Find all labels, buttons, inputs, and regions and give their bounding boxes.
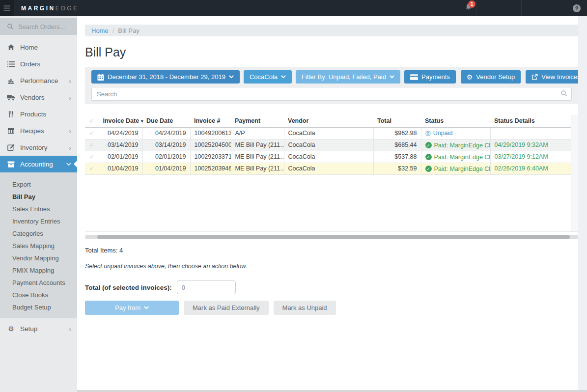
date-range-dropdown[interactable]: December 31, 2018 - December 29, 2019: [91, 70, 240, 84]
filter-panel: December 31, 2018 - December 29, 2019 Co…: [85, 67, 578, 104]
cell-due-date: 03/14/2019: [142, 139, 190, 151]
status-unpaid-link[interactable]: ◎Unpaid: [425, 130, 453, 137]
sidebar-item-label: Performance: [20, 77, 64, 84]
unpaid-icon: ◎: [425, 130, 431, 136]
sidebar-item-orders[interactable]: Orders: [0, 56, 77, 72]
mark-paid-externally-button[interactable]: Mark as Paid Externally: [184, 301, 269, 315]
calendar-icon: [97, 74, 104, 81]
sidebar-search-input[interactable]: Search Orders...: [0, 18, 77, 35]
invoices-table: ✓Invoice Date ▾Due DateInvoice #PaymentV…: [85, 115, 578, 232]
cell-status-details: 03/27/2019 9:12AM: [490, 151, 571, 163]
horizontal-scrollbar-thumb[interactable]: [97, 235, 570, 239]
hamburger-menu-button[interactable]: [0, 0, 14, 16]
cell-status: ◎Unpaid: [421, 127, 490, 139]
check-icon: ✓: [89, 165, 94, 172]
sidebar-subitem-bill-pay[interactable]: Bill Pay: [0, 191, 77, 203]
sidebar-item-home[interactable]: Home: [0, 39, 77, 56]
app-logo: MARGINEDGE: [21, 0, 79, 16]
row-checkbox[interactable]: ✓: [85, 163, 99, 174]
table-row[interactable]: ✓01/04/201901/04/201910025203946ME Bill …: [85, 163, 571, 174]
chevron-right-icon: ›: [69, 94, 71, 101]
cell-status: ✓Paid: MarginEdge Check: [421, 163, 490, 174]
select-all-checkbox[interactable]: ✓: [85, 115, 99, 127]
sidebar-subitem-vendor-mapping[interactable]: Vendor Mapping: [0, 252, 77, 264]
sidebar-item-label: Recipes: [20, 127, 64, 135]
search-input[interactable]: [91, 87, 572, 101]
table-row[interactable]: ✓03/14/201903/14/201910025204500ME Bill …: [85, 139, 571, 151]
column-header-vendor[interactable]: Vendor: [284, 115, 373, 127]
gear-icon: ⚙: [467, 74, 473, 81]
inventory-icon: [7, 144, 15, 151]
vendor-filter-dropdown[interactable]: CocaCola: [244, 70, 292, 84]
sidebar-subitem-sales-mapping[interactable]: Sales Mapping: [0, 240, 77, 252]
cell-invoice-number: 10049200613: [190, 127, 231, 139]
sidebar-subitem-budget-setup[interactable]: Budget Setup: [0, 301, 77, 313]
table-row[interactable]: ✓02/01/201902/01/201910029203371ME Bill …: [85, 151, 571, 163]
cell-payment: ME Bill Pay (211…: [231, 139, 284, 151]
sidebar-subitem-inventory-entries[interactable]: Inventory Entries: [0, 215, 77, 227]
sidebar-item-inventory[interactable]: Inventory›: [0, 139, 77, 156]
sidebar-item-setup[interactable]: ⚙ Setup ›: [0, 320, 77, 337]
sidebar-item-vendors[interactable]: Vendors›: [0, 89, 77, 106]
total-items-text: Total Items: 4: [85, 247, 578, 254]
breadcrumb-home-link[interactable]: Home: [91, 27, 109, 34]
selected-total-label: Total (of selected invoices):: [85, 284, 172, 291]
vertical-scrollbar[interactable]: [571, 115, 578, 231]
column-header-payment[interactable]: Payment: [231, 115, 284, 127]
mark-unpaid-label: Mark as Unpaid: [282, 304, 327, 311]
notifications-button[interactable]: 1: [460, 0, 476, 16]
cell-status-details: 02/26/2019 6:40AM: [490, 163, 571, 174]
sidebar-subitem-payment-accounts[interactable]: Payment Accounts: [0, 277, 77, 289]
home-icon: [7, 44, 15, 51]
breadcrumb-current: Bill Pay: [118, 27, 139, 34]
cell-total: $962.98: [373, 127, 421, 139]
column-header-invoice[interactable]: Invoice #: [190, 115, 231, 127]
vendor-setup-label: Vendor Setup: [476, 73, 515, 81]
sidebar-subitem-pmix-mapping[interactable]: PMIX Mapping: [0, 264, 77, 277]
column-header-due-date[interactable]: Due Date: [142, 115, 190, 127]
cell-invoice-date: 01/04/2019: [99, 163, 142, 174]
cell-invoice-date: 04/24/2019: [99, 127, 142, 139]
table-row[interactable]: ✓04/24/201904/24/201910049200613A/PCocaC…: [85, 127, 571, 139]
status-paid: ✓Paid: MarginEdge Check: [425, 154, 491, 161]
mark-unpaid-button[interactable]: Mark as Unpaid: [274, 301, 336, 315]
sidebar-item-products[interactable]: Products: [0, 106, 77, 122]
horizontal-scrollbar-track[interactable]: [85, 235, 578, 239]
column-header-total[interactable]: Total: [373, 115, 421, 127]
pay-from-button[interactable]: Pay from: [85, 301, 179, 315]
sidebar-item-performance[interactable]: Performance›: [0, 72, 77, 89]
sidebar-item-accounting[interactable]: Accounting: [0, 156, 77, 172]
row-checkbox[interactable]: ✓: [85, 151, 99, 163]
recipes-icon: [7, 128, 15, 134]
sidebar-subitem-categories[interactable]: Categories: [0, 227, 77, 240]
cell-status: ✓Paid: MarginEdge Check: [421, 151, 490, 163]
column-header-status[interactable]: Status: [421, 115, 490, 127]
chevron-down-icon: [229, 75, 234, 79]
breadcrumb: Home / Bill Pay: [85, 25, 578, 36]
column-header-status-details[interactable]: Status Details: [490, 115, 571, 127]
cell-status: ✓Paid: MarginEdge Check: [421, 139, 490, 151]
sidebar-subitem-close-books[interactable]: Close Books: [0, 289, 77, 301]
sidebar-subitem-export[interactable]: Export: [0, 178, 77, 191]
cell-payment: ME Bill Pay (211…: [231, 151, 284, 163]
check-icon: ✓: [89, 117, 94, 124]
sidebar-subitem-sales-entries[interactable]: Sales Entries: [0, 203, 77, 215]
column-header-invoice-date[interactable]: Invoice Date ▾: [99, 115, 142, 127]
cell-total: $537.88: [373, 151, 421, 163]
row-checkbox[interactable]: ✓: [85, 139, 99, 151]
selected-total-input[interactable]: [177, 280, 236, 294]
view-invoices-button[interactable]: View Invoices: [526, 70, 586, 84]
sidebar-item-recipes[interactable]: Recipes›: [0, 122, 77, 139]
vendor-setup-button[interactable]: ⚙ Vendor Setup: [461, 70, 521, 84]
sidebar-search-placeholder: Search Orders...: [18, 23, 65, 30]
chevron-down-icon: [390, 75, 394, 79]
status-paid: ✓Paid: MarginEdge Check: [425, 166, 491, 172]
status-filter-dropdown[interactable]: Filter By: Unpaid, Failed, Paid: [296, 70, 400, 84]
row-checkbox[interactable]: ✓: [85, 127, 99, 139]
search-icon[interactable]: [560, 90, 567, 99]
payments-button[interactable]: Payments: [404, 70, 456, 84]
help-button[interactable]: ?: [522, 0, 587, 16]
top-bar: MARGINEDGE 1 ?: [0, 0, 587, 16]
page-bottom-scrollbar[interactable]: [77, 390, 587, 392]
sidebar-item-label: Setup: [20, 325, 64, 333]
